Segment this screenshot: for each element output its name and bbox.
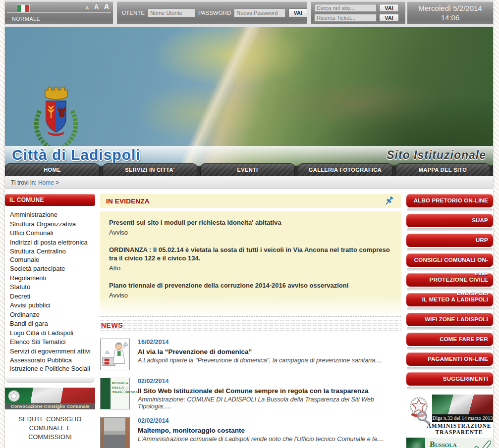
breadcrumb: Ti trovi in: Home >: [5, 176, 493, 189]
main-content: IL COMUNE Amministrazione Struttura Orga…: [5, 189, 493, 448]
center-column: IN EVIDENZA Presenti sul sito i moduli p…: [100, 194, 401, 448]
trasparenza-label: AMMINISTRAZIONE TRASPARENTE: [425, 423, 493, 435]
bussola-line1: Bussola: [430, 440, 457, 448]
button-shadow: [407, 307, 493, 310]
tab-galleria-fotografica[interactable]: GALLERIA FOTOGRAFICA: [298, 163, 392, 176]
button-urp[interactable]: URP: [406, 234, 493, 247]
sidebar-item-societa-partecipate[interactable]: Società partecipate: [10, 264, 94, 274]
login-submit-button[interactable]: VAI: [288, 8, 307, 17]
evidenza-item-type: Atto: [109, 264, 392, 272]
news-item-title[interactable]: Maltempo, monitoraggio costante: [138, 427, 384, 434]
main-nav: HOME SERVIZI IN CITTA' EVENTI GALLERIA F…: [5, 163, 493, 176]
tab-servizi-in-citta[interactable]: SERVIZI IN CITTA': [103, 163, 197, 176]
sedute-consiglio-link[interactable]: SEDUTE CONSIGLIO COMUNALE E COMMISSIONI: [7, 415, 93, 442]
sidebar-item-egovernment[interactable]: Servizi di egovernment attivi: [10, 347, 94, 356]
contrast-mode-label[interactable]: NORMALE: [12, 16, 40, 22]
password-input[interactable]: [234, 8, 285, 17]
username-input[interactable]: [148, 8, 195, 17]
evidenza-item-title[interactable]: Piano triennale di prevenzione della cor…: [109, 281, 392, 290]
news-header: NEWS: [100, 319, 401, 331]
trasparenza-line1: AMMINISTRAZIONE: [427, 423, 491, 429]
evidenza-item: Piano triennale di prevenzione della cor…: [109, 281, 392, 299]
sidebar-item-indirizzi-posta[interactable]: Indirizzi di posta elettronica: [10, 238, 94, 248]
site-search-button[interactable]: VAI: [379, 4, 399, 12]
sidebar-item-elenco-siti[interactable]: Elenco Siti Tematici: [10, 338, 94, 347]
site-search-input[interactable]: [314, 4, 377, 12]
page: A A A NORMALE UTENTE PASSWORD VAI: [0, 0, 499, 448]
current-date: Mercoledì 5/2/2014: [418, 3, 482, 13]
sidebar-item-avvisi-pubblici[interactable]: Avvisi pubblici: [10, 301, 94, 310]
button-meteo[interactable]: IL METEO A LADISPOLI: [406, 293, 493, 306]
sidebar-item-struttura-organizzativa[interactable]: Struttura Organizzativa: [10, 220, 94, 229]
sidebar-item-uffici-comunali[interactable]: Uffici Comunali: [10, 229, 94, 238]
news-date: 16/02/2014: [138, 339, 382, 346]
amministrazione-trasparente-banner[interactable]: Dlgs n.33 del 14 marzo 2013 AMMINISTRAZI…: [406, 395, 493, 433]
left-sidebar: IL COMUNE Amministrazione Struttura Orga…: [5, 194, 95, 448]
user-label: UTENTE: [122, 10, 145, 16]
compass-image: [406, 438, 425, 448]
trasparenza-law-label: Dlgs n.33 del 14 marzo 2013: [432, 414, 493, 422]
tab-home[interactable]: HOME: [5, 163, 100, 176]
button-pagamenti[interactable]: PAGAMENTI ON-LINE: [406, 352, 493, 366]
button-albo-pretorio[interactable]: ALBO PRETORIO ON-LINE: [406, 194, 493, 207]
site-container: A A A NORMALE UTENTE PASSWORD VAI: [5, 0, 493, 448]
breadcrumb-separator: >: [55, 179, 59, 186]
sidebar-item-statuto[interactable]: Statuto: [10, 283, 94, 292]
tab-mappa-del-sito[interactable]: MAPPA DEL SITO: [395, 163, 490, 176]
ticket-search-input[interactable]: [314, 14, 377, 22]
button-come-fare-per[interactable]: COME FARE PER: [406, 333, 493, 346]
site-title: Città di Ladispoli: [12, 147, 141, 163]
news-item-title[interactable]: Il Sito Web Istituzionale del Comune sem…: [138, 387, 401, 395]
sidebar-item-regolamenti[interactable]: Regolamenti: [10, 274, 94, 283]
datetime-panel: Mercoledì 5/2/2014 14:06: [407, 1, 493, 24]
sidebar-item-bandi-di-gara[interactable]: Bandi di gara: [10, 319, 94, 329]
news-title: NEWS: [101, 321, 123, 329]
ticket-search-button[interactable]: VAI: [379, 14, 399, 22]
italian-flag-icon[interactable]: [17, 4, 30, 12]
bussola-trasparenza-banner[interactable]: Bussola della: [406, 438, 493, 448]
news-item-title[interactable]: Al via la “Prevenzione di domenica”: [138, 348, 382, 355]
news-excerpt: Amministrazione: COMUNE DI LADISPOLI La …: [138, 396, 401, 410]
breadcrumb-home-link[interactable]: Home: [38, 179, 54, 186]
news-date: 02/02/2014: [138, 378, 401, 385]
news-excerpt: L'Amministrazione comunale di Ladispoli …: [138, 436, 384, 443]
button-suggerimenti[interactable]: SUGGERIMENTI: [406, 372, 493, 386]
accessibility-panel: A A A NORMALE: [5, 1, 113, 24]
font-size-medium-button[interactable]: A: [94, 3, 99, 10]
sidebar-item-logo-citta[interactable]: Logo Città di Ladispoli: [10, 329, 94, 338]
evidenza-item-title[interactable]: Presenti sul sito i moduli per richiesta…: [109, 218, 392, 227]
sidebar-item-assessorato[interactable]: Assessorato Pubblica Istruzione e Politi…: [10, 356, 94, 373]
button-shadow: [407, 248, 493, 251]
right-sidebar: ALBO PRETORIO ON-LINE SUAP URP CONSIGLI …: [406, 194, 493, 448]
button-consigli-comunali[interactable]: CONSIGLI COMUNALI ON-LINE: [406, 253, 493, 267]
news-thumbnail-prevenzione[interactable]: [100, 339, 130, 370]
button-shadow: [407, 347, 493, 350]
tab-eventi[interactable]: EVENTI: [200, 163, 295, 176]
font-size-large-button[interactable]: A: [104, 2, 109, 11]
button-protezione-civile[interactable]: PROTEZIONE CIVILE LADISPOLI: [406, 273, 493, 287]
in-evidenza-gap: [100, 208, 401, 211]
button-shadow: [407, 228, 493, 231]
evidenza-item-type: Avviso: [109, 229, 392, 236]
font-size-small-button[interactable]: A: [86, 5, 89, 11]
news-excerpt: A Ladispoli riparte la “Prevenzione di d…: [138, 357, 382, 364]
news-thumbnail-maltempo[interactable]: [100, 417, 130, 448]
convocazione-banner[interactable]: Convocazione Consiglio Comunale: [5, 388, 95, 409]
sidebar-item-decreti[interactable]: Decreti: [10, 292, 94, 301]
site-subtitle: Sito Istituzionale: [387, 149, 486, 162]
check-icon: [120, 387, 128, 394]
evidenza-item: ORDINANZA : Il 05.02.14 è vietata la sos…: [109, 246, 392, 272]
evidenza-item-title[interactable]: ORDINANZA : Il 05.02.14 è vietata la sos…: [109, 246, 392, 262]
coat-of-arms: [29, 82, 83, 156]
top-bar: A A A NORMALE UTENTE PASSWORD VAI: [5, 0, 493, 27]
il-comune-menu: Amministrazione Struttura Organizzativa …: [5, 206, 95, 374]
check-icon: [474, 441, 491, 448]
pushpin-icon: [383, 195, 395, 207]
news-thumbnail-bussola[interactable]: BUSSOLA DELLA TRASPARENZA: [100, 378, 130, 409]
sidebar-item-amministrazione[interactable]: Amministrazione: [10, 210, 94, 220]
button-suap[interactable]: SUAP: [406, 214, 493, 227]
button-wifi-zone[interactable]: WIFI ZONE LADISPOLI: [406, 313, 493, 326]
sidebar-item-ordinanze[interactable]: Ordinanze: [10, 310, 94, 320]
sidebar-item-centralino[interactable]: Struttura Centralino Comunale: [10, 247, 94, 264]
in-evidenza-title: IN EVIDENZA: [106, 198, 150, 205]
